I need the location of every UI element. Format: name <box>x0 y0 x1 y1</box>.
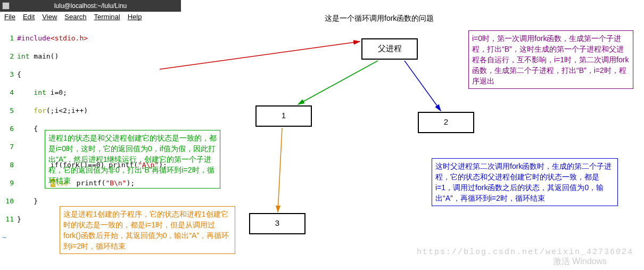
code-token: for <box>34 107 46 114</box>
code-token: int <box>17 52 29 60</box>
node-parent: 父进程 <box>361 38 418 60</box>
arrow-code-to-parent <box>160 42 360 69</box>
watermark-windows: 激活 Windows <box>553 256 607 267</box>
node-1: 1 <box>255 105 312 127</box>
code-token: <stdio.h> <box>51 34 88 42</box>
explain-green: 进程1的状态是和父进程创建它的状态是一致的，都是i=0时，这时，它的返回值为0，… <box>45 130 220 189</box>
window-titlebar: lulu@localhost:~/lulu/Linu <box>0 0 181 12</box>
node-3: 3 <box>249 213 306 234</box>
code-token: #include <box>17 34 51 42</box>
code-token: { <box>17 70 21 78</box>
code-token: main() <box>29 52 59 60</box>
code-token: } <box>17 215 21 223</box>
code-token: { <box>34 125 38 133</box>
menu-terminal[interactable]: Terminal <box>94 13 120 22</box>
code-token: int <box>34 88 46 96</box>
code-token: } <box>17 197 38 205</box>
window-title: lulu@localhost:~/lulu/Linu <box>54 2 127 10</box>
menu-help[interactable]: Help <box>128 13 142 22</box>
menu-file[interactable]: File <box>4 13 15 22</box>
explain-orange: 这是进程1创建的子程序，它的状态和进程1创建它时的状态是一致的，都是i=1时，但… <box>60 206 235 254</box>
explain-blue: 这时父进程第二次调用fork函数时，生成的第二个子进程，它的状态和父进程创建它时… <box>432 158 618 206</box>
node-2: 2 <box>418 112 474 133</box>
code-token: i=0; <box>46 88 67 96</box>
watermark-url: https://blog.csdn.net/weixin_42736024 <box>417 248 633 257</box>
arrow-parent-to-2 <box>404 61 441 111</box>
menubar: File Edit View Search Terminal Help <box>1 12 182 23</box>
menu-edit[interactable]: Edit <box>23 13 35 22</box>
explain-purple: i=0时，第一次调用fork函数，生成第一个子进程，打出“B”，这时生成的第一个… <box>468 30 633 89</box>
arrow-parent-to-1 <box>298 61 378 104</box>
arrow-1-to-3 <box>278 128 282 212</box>
diagram-title: 这是一个循环调用fork函数的问题 <box>325 14 434 23</box>
menu-view[interactable]: View <box>42 13 57 22</box>
code-token: (;i<2;i++) <box>46 107 88 114</box>
menu-search[interactable]: Search <box>64 13 86 22</box>
window-close-icon[interactable] <box>2 2 10 10</box>
